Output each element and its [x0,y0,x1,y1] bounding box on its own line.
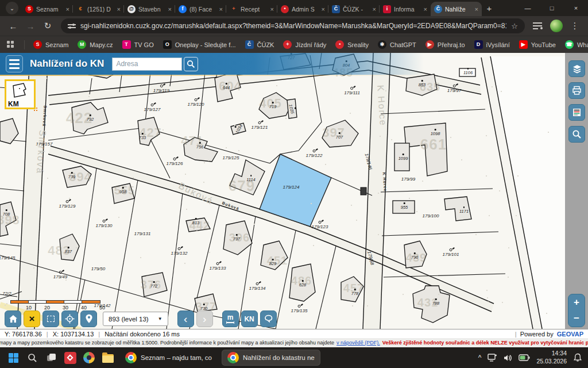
paint-button[interactable] [82,350,96,365]
browser-tab-5[interactable]: +Recept× [226,2,277,16]
browser-tab-8[interactable]: iInforma× [380,2,431,16]
bookmark-5[interactable]: ČČÚZK [241,39,278,51]
zoom-in-button[interactable]: + [568,294,585,310]
app-header: Nahlížení do KN [0,53,565,75]
tab-close-icon[interactable]: × [270,6,274,13]
site-settings-icon[interactable] [68,23,76,29]
browser-menu-icon[interactable]: ⋮ [567,18,582,33]
legend-button[interactable] [568,104,585,121]
apps-grid-icon[interactable] [7,41,15,49]
browser-navbar: ← → ↻ sgi-nahlizenidokn.cuzk.gov.cz/maru… [0,16,588,36]
taskbar-search-button[interactable] [25,350,40,365]
level-selector-value: 893 (level 13) [109,316,149,323]
url-bar[interactable]: sgi-nahlizenidokn.cuzk.gov.cz/marushka/d… [61,18,525,33]
back-icon[interactable]: ← [6,18,21,33]
bookmark-10[interactable]: DiVysílání [470,39,514,51]
forward-icon[interactable]: → [23,18,38,33]
tab-search-button[interactable]: ⌄ [6,2,18,14]
lasso-select-button[interactable] [260,310,277,327]
bookmark-4[interactable]: OOneplay - Sledujte f... [159,39,240,51]
coordinate-x: X: 1037134.13 [53,331,94,338]
map-status-bar: Y: 766178.36 | X: 1037134.13 | Načítání … [0,329,588,338]
bookmark-label: Mapy.cz [90,41,113,48]
media-queue-icon[interactable] [533,22,543,29]
bookmark-6[interactable]: +Jízdní řády [279,39,330,51]
bookmark-7[interactable]: •Sreality [331,39,373,51]
tab-close-icon[interactable]: × [475,6,478,13]
kn-info-button[interactable]: KN [241,310,258,327]
browser-tab-4[interactable]: f(8) Face× [175,2,226,16]
close-tool-button[interactable]: × [24,310,40,327]
home-extent-button[interactable] [5,310,21,327]
new-tab-button[interactable]: + [482,1,497,15]
layers-button[interactable] [568,60,585,77]
print-button[interactable] [568,82,585,99]
tab-close-icon[interactable]: × [219,6,223,13]
chrome-icon [227,352,239,363]
network-icon[interactable] [488,354,497,362]
level-selector-dropdown[interactable]: 893 (level 13) ▼ [103,312,168,326]
scale-tick-label: 20 [44,305,50,310]
reload-icon[interactable]: ↻ [40,18,55,33]
tab-close-icon[interactable]: × [373,6,376,13]
url-text[interactable]: sgi-nahlizenidokn.cuzk.gov.cz/marushka/d… [80,22,506,30]
start-button[interactable] [6,350,21,365]
bookmark-8[interactable]: ✻ChatGPT [374,39,420,51]
address-search-input[interactable] [112,57,182,71]
bookmark-3[interactable]: TTV GO [118,39,158,51]
zoom-search-button[interactable] [568,126,585,143]
browser-tab-1[interactable]: SSeznam× [22,2,73,16]
geovap-link[interactable]: GEOVAP [557,331,583,338]
tray-time: 14:34 [536,350,567,358]
measure-button[interactable]: m [222,310,239,327]
browser-tab-2[interactable]: €(1251) D× [73,2,124,16]
bookmark-12[interactable]: ☎WhatsApp [561,39,588,51]
window-minimize-button[interactable]: — [516,0,540,16]
pin-button[interactable] [80,310,97,327]
taskbar-window-2[interactable]: Nahlížení do katastru ne [222,350,320,366]
browser-tab-9[interactable]: ČNahlíže× [431,2,482,16]
tab-close-icon[interactable]: × [322,6,325,13]
bookmarks-bar: SSeznamMMapy.czTTV GOOOneplay - Sledujte… [0,36,588,53]
tray-chevron-icon[interactable]: ^ [478,354,482,362]
bookmark-11[interactable]: ▶YouTube [515,39,560,51]
bookmark-9[interactable]: ▶Přehraj.to [421,39,469,51]
tab-label: Stavebn [138,6,165,13]
window-close-button[interactable]: × [564,0,588,16]
anydesk-button[interactable] [63,350,78,365]
history-forward-button[interactable]: › [196,310,213,327]
taskbar-window-1[interactable]: Seznam – najdu tam, co [119,350,218,366]
browser-tab-6[interactable]: •Admin S× [277,2,328,16]
bookmark-label: Jízdní řády [295,41,326,48]
bookmark-star-icon[interactable]: ☆ [511,22,518,30]
tab-close-icon[interactable]: × [168,6,172,13]
browser-tab-3[interactable]: @Stavebn× [124,2,175,16]
bookmark-2[interactable]: MMapy.cz [74,39,117,51]
help-pdf-link[interactable]: v nápovědě (PDF). [336,340,380,346]
tab-label: Informa [394,6,421,13]
locate-button[interactable] [61,310,78,327]
overview-map-box[interactable]: KM [5,79,36,109]
battery-icon[interactable] [519,354,530,361]
favicon: • [335,40,344,49]
overview-resize-handle[interactable] [32,106,37,111]
file-explorer-button[interactable] [100,350,115,365]
search-button[interactable] [184,57,198,71]
zoom-out-button[interactable]: − [568,310,585,327]
bookmark-1[interactable]: SSeznam [29,39,72,51]
tab-close-icon[interactable]: × [66,6,69,13]
marquee-zoom-button[interactable] [42,310,59,327]
layers-icon [572,64,582,74]
notification-bell-icon[interactable] [573,353,582,362]
history-back-button[interactable]: ‹ [177,310,194,327]
task-view-button[interactable] [44,350,59,365]
speaker-icon[interactable] [504,354,512,362]
hamburger-menu-icon[interactable] [6,55,23,72]
profile-avatar[interactable] [550,20,563,32]
tab-close-icon[interactable]: × [117,6,121,13]
window-maximize-button[interactable]: □ [540,0,564,16]
cadastral-map-canvas[interactable]: 4224274716796044054853976356614394313944… [0,53,588,329]
browser-tab-7[interactable]: ČČÚZK -× [328,2,380,16]
tab-close-icon[interactable]: × [424,6,427,13]
taskbar-clock[interactable]: 14:34 25.03.2026 [536,350,567,365]
